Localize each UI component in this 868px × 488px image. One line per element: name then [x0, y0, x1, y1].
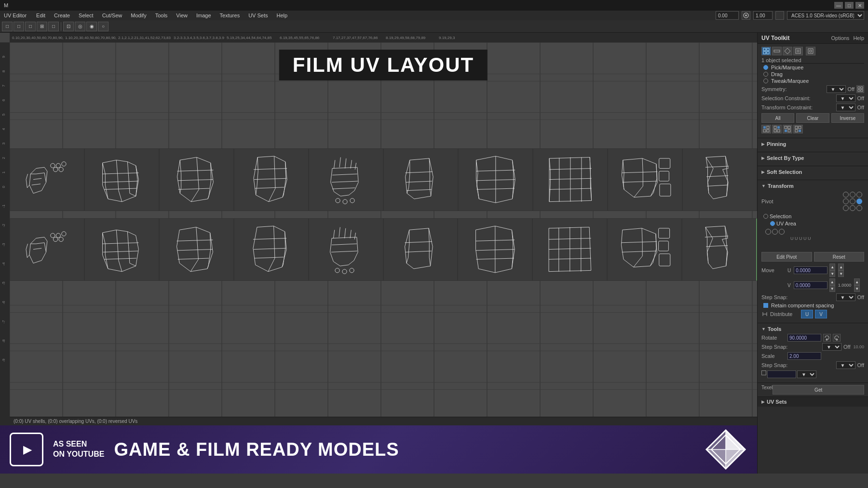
menu-image[interactable]: Image: [192, 12, 215, 19]
menu-cutsew[interactable]: Cut/Sew: [98, 12, 126, 19]
pivot2-tl[interactable]: [765, 229, 771, 235]
menu-tools[interactable]: Tools: [151, 12, 172, 19]
rotate-input[interactable]: [787, 334, 821, 342]
symmetry-grid-icon[interactable]: [856, 85, 864, 93]
pinning-header[interactable]: ▶ Pinning: [761, 141, 864, 147]
pick-marquee-radio[interactable]: [763, 65, 768, 70]
toolbar-btn-9[interactable]: ○: [98, 22, 108, 31]
move-v-step-up[interactable]: ▲: [854, 278, 860, 285]
menu-create[interactable]: Create: [50, 12, 74, 19]
move-v-step-down[interactable]: ▼: [854, 285, 860, 292]
menu-uvsets[interactable]: UV Sets: [244, 12, 271, 19]
selection-constraint-dropdown[interactable]: ▼: [836, 94, 855, 102]
grid-icon-4[interactable]: [793, 125, 803, 133]
pivot-ml[interactable]: [843, 198, 849, 204]
pivot-selection-radio[interactable]: [763, 214, 768, 219]
sel-expand-icon[interactable]: [806, 47, 815, 55]
grid-icon-2[interactable]: [772, 125, 782, 133]
distribute-u-button[interactable]: U: [801, 310, 813, 318]
pivot-tc[interactable]: [850, 192, 855, 198]
all-button[interactable]: All: [761, 113, 794, 123]
reset-button[interactable]: Reset: [814, 252, 865, 262]
transform-constraint-dropdown[interactable]: ▼: [836, 104, 855, 111]
edit-pivot-button[interactable]: Edit Pivot: [761, 252, 812, 262]
rotate-ccw-icon[interactable]: [833, 334, 841, 342]
soft-selection-header[interactable]: ▶ Soft Selection: [761, 169, 864, 175]
pivot-tr[interactable]: [856, 192, 862, 198]
move-v-input[interactable]: [794, 281, 827, 289]
pivot-bl[interactable]: [843, 205, 849, 211]
pivot-uv-area-radio[interactable]: [770, 221, 775, 226]
move-u-step-up[interactable]: ▲: [838, 264, 844, 270]
toolbar-btn-1[interactable]: □: [2, 22, 13, 31]
sel-edge-icon[interactable]: [772, 47, 782, 55]
pivot2-tc[interactable]: [772, 229, 778, 235]
toolbar-btn-5[interactable]: □: [48, 22, 59, 31]
toolbar-btn-3[interactable]: □: [25, 22, 36, 31]
exposure-input[interactable]: [716, 11, 739, 20]
toolbar-btn-2[interactable]: □: [14, 22, 24, 31]
transform-header[interactable]: ▼ Transform: [761, 183, 864, 189]
move-v-down[interactable]: ▼: [829, 285, 835, 292]
symmetry-dropdown[interactable]: ▼: [827, 85, 846, 93]
move-u-up[interactable]: ▲: [829, 264, 835, 270]
menu-select[interactable]: Select: [75, 12, 97, 19]
sel-shell-icon[interactable]: [793, 47, 803, 55]
menu-modify[interactable]: Modify: [127, 12, 150, 19]
pivot-mr[interactable]: [856, 198, 862, 204]
scale-extra-dropdown[interactable]: ▼: [797, 370, 816, 378]
move-u-step-down[interactable]: ▼: [838, 270, 844, 277]
toolbar-btn-8[interactable]: ◉: [86, 22, 97, 31]
pivot-br[interactable]: [856, 205, 862, 211]
svg-rect-82: [774, 130, 776, 132]
get-button[interactable]: Get: [773, 385, 864, 395]
pivot-bc[interactable]: [850, 205, 855, 211]
move-u-down[interactable]: ▼: [829, 270, 835, 277]
colorspace-dropdown[interactable]: ACES 1.0 SDR-video (sRGB): [787, 11, 864, 20]
rotate-step-snap-dropdown[interactable]: ▼: [822, 343, 841, 351]
step-snap-dropdown[interactable]: ▼: [836, 293, 855, 301]
uv-grid: FILM UV LAYOUT: [10, 42, 757, 459]
toolbar-btn-6[interactable]: ⊡: [63, 22, 74, 31]
menu-view[interactable]: View: [172, 12, 191, 19]
help-btn[interactable]: Help: [853, 35, 864, 41]
toolbar-btn-4[interactable]: ⊞: [37, 22, 47, 31]
pivot-tl[interactable]: [843, 192, 849, 198]
menu-help[interactable]: Help: [273, 12, 292, 19]
sel-vertex-icon[interactable]: [761, 47, 771, 55]
move-u-input[interactable]: [794, 266, 827, 274]
uv-editor-title: UV Editor: [4, 13, 27, 18]
move-v-up[interactable]: ▲: [829, 278, 835, 285]
distribute-v-button[interactable]: V: [815, 310, 827, 318]
options-btn[interactable]: Options: [831, 35, 849, 41]
grid-icon-3[interactable]: [783, 125, 792, 133]
sel-face-icon[interactable]: [783, 47, 792, 55]
clear-button[interactable]: Clear: [796, 113, 829, 123]
tweak-marquee-radio[interactable]: [763, 79, 768, 83]
rotate-cw-icon[interactable]: [823, 334, 831, 342]
select-by-type-header[interactable]: ▶ Select By Type: [761, 155, 864, 161]
scale-extra-check[interactable]: [761, 370, 766, 375]
pivot-mc[interactable]: [850, 198, 855, 204]
inverse-button[interactable]: Inverse: [831, 113, 864, 123]
scale-extra-input[interactable]: [767, 370, 796, 378]
uv-viewport[interactable]: // Will be drawn inline below 0.10,20,30…: [0, 33, 757, 474]
uv-cell-b7: [458, 218, 532, 281]
grid-icon-1[interactable]: [761, 125, 771, 133]
gamma-input[interactable]: [753, 11, 773, 20]
pivot2-tr[interactable]: [779, 229, 785, 235]
menu-edit[interactable]: Edit: [32, 12, 49, 19]
play-button[interactable]: [10, 433, 43, 466]
uv-cell-7: [458, 148, 533, 211]
drag-radio[interactable]: [763, 72, 768, 77]
toolbar-btn-7[interactable]: ◎: [75, 22, 85, 31]
retain-spacing-checkbox[interactable]: [763, 303, 768, 308]
maximize-button[interactable]: □: [845, 2, 854, 9]
menu-textures[interactable]: Textures: [216, 12, 244, 19]
scale-input[interactable]: [787, 352, 821, 360]
uv-cell-4: [234, 148, 309, 211]
tools-header[interactable]: ▼ Tools: [761, 326, 864, 332]
close-button[interactable]: ✕: [855, 2, 864, 9]
minimize-button[interactable]: —: [834, 2, 843, 9]
scale-step-snap-dropdown[interactable]: ▼: [836, 361, 855, 369]
